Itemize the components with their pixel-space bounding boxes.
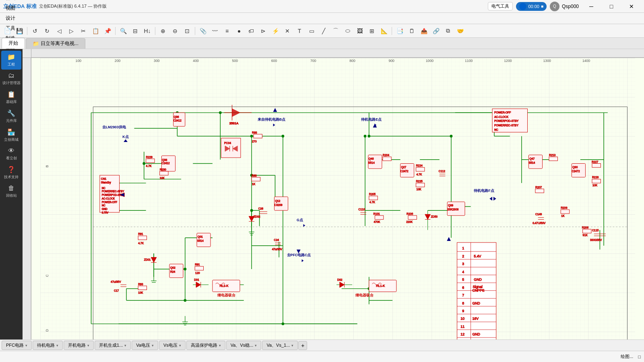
schematic-button[interactable]: 📑 [394,26,405,36]
bottom-tab-7[interactable]: Va、Vs稳...▾ [226,341,262,350]
no-connect-button[interactable]: ✕ [282,26,293,36]
copy-button[interactable]: 📋 [90,26,101,36]
zoom-in-button[interactable]: ⊕ [157,26,169,36]
ellipse-button[interactable]: ⬭ [342,26,353,36]
arc-button[interactable]: ⌒ [330,26,341,36]
bus-button[interactable]: ≡ [221,26,233,36]
pin-button[interactable]: 📎 [197,26,208,36]
bottom-tab-5[interactable]: Vs电压▾ [159,341,186,350]
replace-button[interactable]: H↓ [142,26,153,36]
schematic-canvas[interactable]: 100 200 300 400 500 600 700 800 900 1000… [31,58,644,339]
dropdown-arrow-6[interactable]: ▾ [219,343,221,348]
dropdown-arrow-1[interactable]: ▾ [56,343,58,348]
rect-button[interactable]: ▭ [306,26,317,36]
menu-item-格式[interactable]: 格式 [2,0,19,3]
home-tab[interactable]: 开始 [2,38,25,49]
dropdown-arrow-7[interactable]: ▾ [255,343,257,348]
svg-text:8: 8 [462,301,464,305]
search-button[interactable]: 🔍 [118,26,129,36]
svg-text:10: 10 [460,317,464,321]
svg-text:C3209: C3209 [275,204,283,206]
svg-text:S514: S514 [197,239,204,242]
svg-text:R24: R24 [170,270,175,273]
sidebar-item-4[interactable]: 🏪立创商城 [1,126,21,145]
sidebar-item-1[interactable]: 🗂设计管理器 [1,70,21,88]
add-tab-button[interactable]: + [298,341,307,350]
undo-button[interactable]: ↺ [29,26,41,36]
redo-button[interactable]: ↻ [41,26,53,36]
cut-button[interactable]: ✂ [78,26,89,36]
svg-text:10K: 10K [138,291,143,294]
new-button[interactable]: 📄 [2,26,13,36]
bottom-tab-label-6: 高温保护电路 [191,342,217,348]
table-button[interactable]: ⊞ [366,26,378,36]
status-icon: □ [638,354,641,359]
relay-label-left: 继电器吸合 [217,293,236,297]
svg-text:C: C [45,274,49,277]
bottom-tab-6[interactable]: 高温保护电路▾ [186,341,225,350]
line-button[interactable]: ╱ [318,26,329,36]
junction-button[interactable]: ● [233,26,245,36]
bottom-tab-1[interactable]: 待机电路▾ [33,341,63,350]
svg-text:PC04: PC04 [224,142,231,144]
minimize-button[interactable]: ─ [582,0,601,13]
layer-button[interactable]: ⧉ [442,26,454,36]
bom-button[interactable]: 🗒 [406,26,417,36]
text-button[interactable]: T [294,26,305,36]
elec-tool-button[interactable]: 电气工具 [488,2,513,10]
svg-text:R228: R228 [592,176,599,179]
close-button[interactable]: ✕ [622,0,641,13]
collaborate-button[interactable]: 🤝 [454,26,466,36]
label-button[interactable]: 🏷 [246,26,257,36]
svg-text:NC: NC [102,187,106,189]
wire-button[interactable]: 〰 [209,26,221,36]
file-tab[interactable]: 📁 日立等离子电视... [26,38,85,49]
zoom-fit-button[interactable]: ⊡ [182,26,193,36]
sidebar-icon-5: 👁 [8,147,14,154]
dropdown-arrow-0[interactable]: ▾ [25,343,27,348]
dropdown-arrow-3[interactable]: ▾ [124,343,126,348]
filter-button[interactable]: ⊟ [130,26,141,36]
dropdown-arrow-5[interactable]: ▾ [179,343,181,348]
svg-text:1100: 1100 [465,59,473,63]
bottom-tab-3[interactable]: 开机生成1...▾ [95,341,131,350]
back-button[interactable]: ◁ [54,26,65,36]
svg-text:1: 1 [462,246,464,250]
svg-rect-230 [592,179,601,183]
sidebar-item-6[interactable]: ❓技术支持 [1,163,21,182]
save-button[interactable]: 💾 [14,26,25,36]
sidebar-item-5[interactable]: 👁看立创 [1,145,21,163]
dropdown-arrow-8[interactable]: ▾ [291,343,293,348]
maximize-button[interactable]: □ [602,0,621,13]
sidebar-item-0[interactable]: 📁工程 [1,51,21,70]
image-button[interactable]: 🖼 [354,26,365,36]
svg-text:R88: R88 [252,174,257,177]
dropdown-arrow-2[interactable]: ▾ [87,343,89,348]
svg-text:11: 11 [460,325,464,329]
bottom-tab-4[interactable]: Va电压▾ [132,341,158,350]
menu-item-视图[interactable]: 视图 [2,3,19,13]
svg-text:Q39: Q39 [448,204,453,207]
bottom-tab-0[interactable]: PFC电路▾ [2,341,32,350]
measure-button[interactable]: 📐 [378,26,390,36]
svg-text:1200: 1200 [504,59,512,63]
svg-text:300: 300 [154,59,160,63]
net-port-button[interactable]: ⊳ [258,26,269,36]
zoom-out-button[interactable]: ⊖ [169,26,181,36]
svg-text:R225: R225 [416,180,422,183]
power-port-button[interactable]: ⚡ [270,26,281,36]
export-button[interactable]: 📤 [418,26,429,36]
timer-stop-icon[interactable]: ■ [541,4,543,8]
bottom-tab-2[interactable]: 开机电路▾ [64,341,94,350]
menu-item-设计[interactable]: 设计 [2,13,19,23]
share-button[interactable]: 🔗 [430,26,442,36]
canvas-area[interactable]: // ruler marks drawn inline via SVG text [23,49,644,339]
dropdown-arrow-4[interactable]: ▾ [152,343,154,348]
sidebar-item-3[interactable]: 🔧元件库 [1,107,21,126]
svg-text:Q27: Q27 [401,166,407,169]
forward-button[interactable]: ▷ [66,26,77,36]
paste-button[interactable]: 📌 [102,26,113,36]
bottom-tab-8[interactable]: Va、Vs_1...▾ [262,341,298,350]
sidebar-item-2[interactable]: 📋基础库 [1,88,21,107]
sidebar-item-7[interactable]: 🗑回收站 [1,182,21,201]
